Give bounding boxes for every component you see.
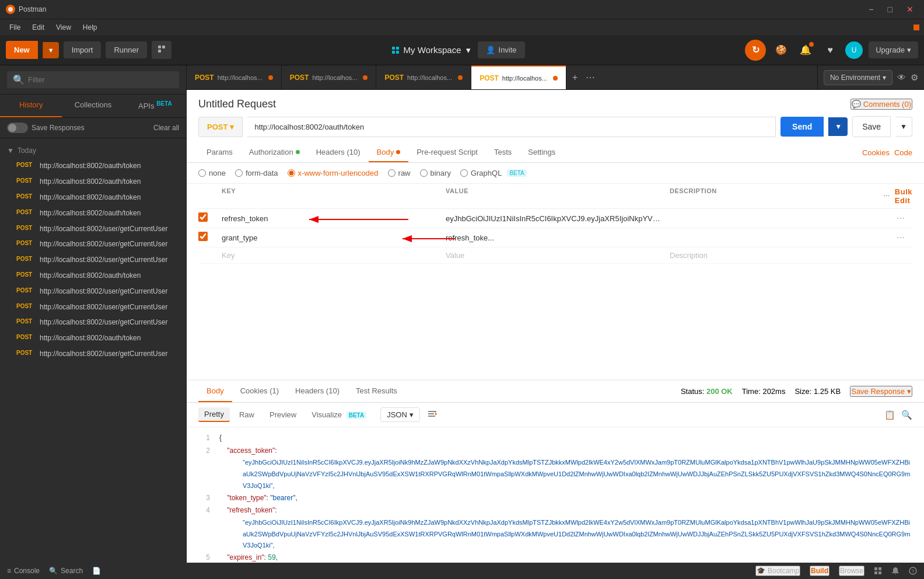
- menu-view[interactable]: View: [51, 22, 76, 33]
- heart-button[interactable]: ♥: [821, 41, 839, 60]
- list-item[interactable]: POST http://localhost:8002/oauth/token: [0, 268, 186, 284]
- resp-tab-headers[interactable]: Headers (10): [287, 381, 348, 402]
- list-item[interactable]: POST http://localhost:8002/oauth/token: [0, 205, 186, 221]
- search-response-button[interactable]: 🔍: [901, 410, 912, 420]
- more-options-icon[interactable]: ⋯: [883, 193, 890, 200]
- request-tab-3[interactable]: POST http://localhos...: [376, 65, 471, 89]
- maximize-button[interactable]: □: [883, 4, 897, 15]
- list-item[interactable]: POST http://localhost:8002/oauth/token: [0, 174, 186, 190]
- history-group-today[interactable]: ▼ Today: [0, 143, 186, 158]
- method-select[interactable]: POST ▾: [198, 117, 243, 137]
- list-item[interactable]: POST http://localhost:8002/user/getCurre…: [0, 252, 186, 268]
- bootcamp-button[interactable]: 🎓 Bootcamp: [755, 566, 800, 576]
- request-tab-1[interactable]: POST http://localhos...: [187, 65, 282, 89]
- resp-tab-test-results[interactable]: Test Results: [348, 381, 405, 402]
- row2-checkbox[interactable]: [198, 232, 208, 241]
- request-tab-2[interactable]: POST http://localhos...: [282, 65, 377, 89]
- row2-more-icon[interactable]: ⋯: [889, 233, 912, 242]
- json-format-select[interactable]: JSON ▾: [380, 407, 420, 422]
- row1-checkbox[interactable]: [198, 212, 208, 222]
- tab-tests[interactable]: Tests: [486, 143, 520, 162]
- minimize-button[interactable]: −: [864, 4, 878, 15]
- clear-all-button[interactable]: Clear all: [153, 124, 179, 132]
- save-responses-toggle[interactable]: [7, 123, 28, 133]
- layout-button[interactable]: [152, 41, 172, 59]
- tab-authorization[interactable]: Authorization: [241, 143, 308, 162]
- list-item[interactable]: POST http://localhost:8002/user/getCurre…: [0, 346, 186, 362]
- menu-file[interactable]: File: [5, 22, 25, 33]
- request-tab-4[interactable]: POST http://localhos...: [471, 65, 566, 89]
- list-item[interactable]: POST http://localhost:8002/user/getCurre…: [0, 299, 186, 315]
- browse-button[interactable]: Browse: [839, 566, 864, 576]
- upgrade-button[interactable]: Upgrade ▾: [869, 41, 918, 58]
- bulk-edit-button[interactable]: Bulk Edit: [895, 187, 912, 205]
- invite-button[interactable]: 👤 Invite: [478, 41, 525, 58]
- list-item[interactable]: POST http://localhost:8002/user/getCurre…: [0, 284, 186, 299]
- copy-response-button[interactable]: 📋: [884, 410, 895, 420]
- search-bottom-button[interactable]: 🔍 Search: [49, 567, 83, 575]
- radio-none[interactable]: none: [198, 169, 226, 177]
- avatar[interactable]: U: [845, 41, 863, 59]
- tab-params[interactable]: Params: [198, 143, 241, 162]
- env-eye-button[interactable]: 👁: [897, 72, 906, 82]
- radio-raw[interactable]: raw: [388, 169, 411, 177]
- send-button[interactable]: Send: [780, 117, 824, 137]
- cookies-link[interactable]: Cookies: [862, 148, 890, 157]
- radio-urlencoded[interactable]: x-www-form-urlencoded: [288, 169, 379, 177]
- empty-value[interactable]: Value: [441, 251, 665, 260]
- save-response-button[interactable]: Save Response ▾: [850, 386, 912, 397]
- row1-more-icon[interactable]: ⋯: [889, 214, 912, 223]
- tab-body[interactable]: Body: [369, 143, 409, 162]
- environment-selector[interactable]: No Environment ▾: [824, 70, 892, 85]
- workspace-button[interactable]: My Workspace ▾: [392, 45, 471, 55]
- new-dropdown-button[interactable]: ▼: [43, 42, 59, 58]
- close-button[interactable]: ✕: [902, 4, 918, 15]
- tab-history[interactable]: History: [0, 95, 62, 117]
- tab-headers[interactable]: Headers (10): [308, 143, 369, 162]
- more-tabs-button[interactable]: ⋯: [583, 65, 597, 89]
- tab-prerequest[interactable]: Pre-request Script: [408, 143, 486, 162]
- list-item[interactable]: POST http://localhost:8002/oauth/token: [0, 158, 186, 174]
- new-button[interactable]: New: [6, 41, 38, 59]
- notifications-bottom-button[interactable]: [891, 567, 900, 575]
- search-input[interactable]: [28, 75, 173, 84]
- wrap-icon[interactable]: [427, 409, 438, 421]
- menu-help[interactable]: Help: [78, 22, 102, 33]
- radio-graphql[interactable]: GraphQL BETA: [460, 169, 527, 177]
- comments-button[interactable]: 💬 Comments (0): [850, 99, 912, 110]
- code-link[interactable]: Code: [894, 148, 912, 157]
- resp-format-raw[interactable]: Raw: [233, 408, 260, 421]
- console-button[interactable]: ≡ Console: [7, 567, 40, 575]
- tab-settings[interactable]: Settings: [520, 143, 564, 162]
- sync-button[interactable]: ↻: [745, 40, 766, 61]
- build-button[interactable]: Build: [810, 566, 830, 576]
- empty-description[interactable]: Description: [665, 251, 889, 260]
- list-item[interactable]: POST http://localhost:8002/user/getCurre…: [0, 221, 186, 237]
- help-bottom-button[interactable]: ?: [909, 567, 917, 575]
- snippet-button[interactable]: 📄: [92, 567, 101, 575]
- save-button[interactable]: Save: [852, 116, 891, 137]
- radio-form-data[interactable]: form-data: [235, 169, 278, 177]
- tab-collections[interactable]: Collections: [62, 95, 124, 117]
- import-button[interactable]: Import: [64, 41, 102, 58]
- send-dropdown-button[interactable]: ▼: [828, 117, 848, 136]
- resp-format-pretty[interactable]: Pretty: [198, 407, 230, 422]
- resp-tab-cookies[interactable]: Cookies (1): [232, 381, 287, 402]
- runner-button[interactable]: Runner: [106, 41, 147, 58]
- list-item[interactable]: POST http://localhost:8002/user/getCurre…: [0, 315, 186, 330]
- radio-binary[interactable]: binary: [420, 169, 451, 177]
- resp-format-preview[interactable]: Preview: [264, 408, 302, 421]
- add-tab-button[interactable]: +: [566, 65, 583, 89]
- env-settings-button[interactable]: ⚙: [911, 72, 918, 83]
- layout-view-button[interactable]: [874, 567, 882, 575]
- cookie-button[interactable]: 🍪: [772, 41, 790, 60]
- list-item[interactable]: POST http://localhost:8002/oauth/token: [0, 330, 186, 346]
- resp-format-visualize[interactable]: Visualize BETA: [306, 408, 372, 421]
- list-item[interactable]: POST http://localhost:8002/oauth/token: [0, 190, 186, 205]
- tab-apis[interactable]: APIs BETA: [124, 95, 186, 117]
- list-item[interactable]: POST http://localhost:8002/user/getCurre…: [0, 236, 186, 252]
- save-dropdown-button[interactable]: ▼: [895, 117, 912, 137]
- url-input[interactable]: [247, 117, 776, 137]
- resp-tab-body[interactable]: Body: [198, 381, 232, 402]
- empty-key[interactable]: Key: [217, 251, 441, 260]
